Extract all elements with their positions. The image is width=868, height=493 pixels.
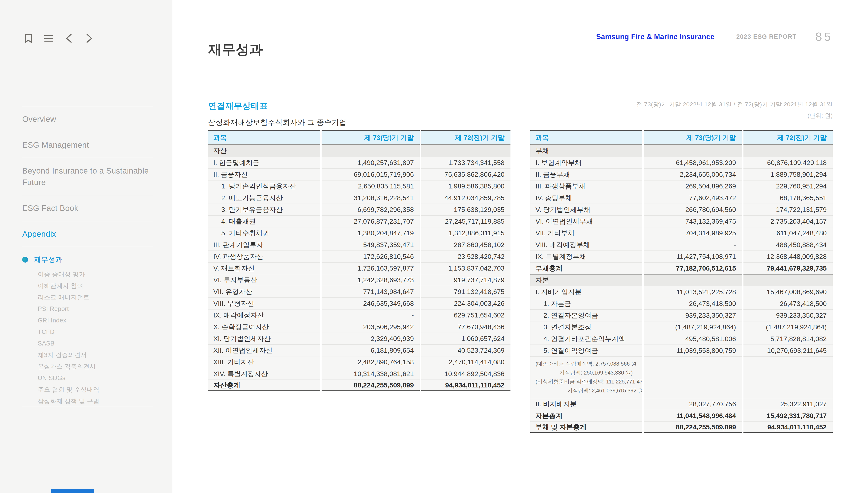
row-value-current: 6,181,809,654: [322, 344, 420, 356]
row-value-current: 11,039,553,800,759: [644, 344, 742, 356]
period-note: 전 73(당)기 기말 2022년 12월 31일 / 전 72(당)기 기말 …: [636, 100, 832, 109]
sidebar-sub-item[interactable]: 리스크 매니지먼트: [38, 292, 153, 303]
sidebar-sub-item[interactable]: PSI Report: [38, 303, 153, 315]
sidebar-sub-item[interactable]: 이해관계자 참여: [38, 280, 153, 292]
table-row: IX. 특별계정부채11,427,754,108,97112,368,448,0…: [530, 251, 832, 262]
table-row: VII. 기타부채704,314,989,925611,047,248,480: [530, 227, 832, 239]
sidebar-active-sub-label: 재무성과: [34, 255, 63, 264]
statement-title: 연결재무상태표: [208, 100, 347, 111]
row-value-prior: 15,492,331,780,717: [744, 410, 832, 422]
reserve-note: (대손준비금 적립예정액: 2,757,088,566 원기적립액: 250,1…: [530, 356, 642, 398]
row-value-prior: [744, 274, 832, 286]
chevron-right-icon[interactable]: [84, 34, 94, 43]
table-header-row: 과목제 73(당)기 기말제 72(전)기 기말: [530, 130, 832, 145]
row-value-current: 31,208,316,228,541: [322, 192, 420, 203]
row-value-prior: 629,751,654,602: [421, 309, 510, 321]
row-label: X. 순확정급여자산: [208, 321, 320, 333]
row-label: I. 현금및예치금: [208, 157, 320, 168]
table-row: IX. 매각예정자산-629,751,654,602: [208, 309, 510, 321]
row-label: 4. 연결기타포괄순익누계액: [530, 333, 642, 344]
row-value-current: 2,329,409,939: [322, 333, 420, 344]
table-row: 5. 연결이익잉여금11,039,553,800,75910,270,693,2…: [530, 344, 832, 356]
row-label: 자산: [208, 145, 320, 157]
row-value-prior: 44,912,034,859,785: [421, 192, 510, 203]
table-row: 3. 연결자본조정(1,487,219,924,864)(1,487,219,9…: [530, 321, 832, 333]
chevron-left-icon[interactable]: [64, 34, 74, 43]
sidebar-sub-item[interactable]: 제3자 검증의견서: [38, 349, 153, 361]
row-value-prior: 12,368,448,009,828: [744, 251, 832, 262]
active-dot-icon: [22, 257, 28, 263]
row-value-current: 28,027,770,756: [644, 398, 742, 410]
column-header-current-period: 제 73(당)기 기말: [644, 130, 742, 145]
row-value-prior: 15,467,008,869,690: [744, 286, 832, 298]
sidebar-sub-item[interactable]: UN SDGs: [38, 372, 153, 384]
row-value-current: 11,013,521,225,728: [644, 286, 742, 298]
row-value-prior: 25,322,911,027: [744, 398, 832, 410]
row-label: 자본총계: [530, 410, 642, 422]
sidebar-bottom-divider: [22, 407, 153, 407]
table-row: XIV. 특별계정자산10,314,338,081,62110,944,892,…: [208, 368, 510, 380]
sidebar-item[interactable]: ESG Fact Book: [22, 195, 153, 221]
table-row: II. 금융자산69,016,015,719,90675,635,862,806…: [208, 168, 510, 180]
assets-table: 과목제 73(당)기 기말제 72(전)기 기말자산I. 현금및예치금1,490…: [208, 130, 510, 433]
sidebar-item[interactable]: Overview: [22, 106, 153, 132]
row-label: I. 지배기업지분: [530, 286, 642, 298]
table-row: VI. 이연법인세부채743,132,369,4752,735,203,404,…: [530, 215, 832, 227]
page-number: 85: [815, 30, 832, 44]
row-label: 4. 대출채권: [208, 215, 320, 227]
table-row: XIII. 기타자산2,482,890,764,1582,470,114,414…: [208, 356, 510, 368]
row-value-current: 1,726,163,597,877: [322, 262, 420, 274]
column-header-account: 과목: [530, 130, 642, 145]
row-value-prior: 2,470,114,414,080: [421, 356, 510, 368]
row-label: VI. 투자부동산: [208, 274, 320, 286]
row-value-prior: 919,737,714,879: [421, 274, 510, 286]
row-value-prior: [744, 145, 832, 157]
row-value-current: 2,482,890,764,158: [322, 356, 420, 368]
brand-logo-text: Samsung Fire & Marine Insurance: [596, 33, 714, 41]
table-row: 자본총계11,041,548,996,48415,492,331,780,717: [530, 410, 832, 422]
row-label: XIII. 기타자산: [208, 356, 320, 368]
sidebar-sub-item[interactable]: GRI Index: [38, 315, 153, 326]
row-label: 부채 및 자본총계: [530, 422, 642, 433]
sidebar: OverviewESG ManagementBeyond Insurance t…: [0, 0, 173, 493]
sidebar-item[interactable]: Beyond Insurance to a Sustainable Future: [22, 158, 153, 195]
row-label: 부채총계: [530, 262, 642, 274]
row-value-prior: 23,528,420,742: [421, 251, 510, 262]
row-value-current: 6,699,782,296,358: [322, 203, 420, 215]
liabilities-equity-table: 과목제 73(당)기 기말제 72(전)기 기말부채I. 보험계약부채61,45…: [530, 130, 832, 433]
row-value-prior: 94,934,011,110,452: [744, 422, 832, 433]
table-row: IV. 충당부채77,602,493,47268,178,365,551: [530, 192, 832, 203]
row-label: II. 금융부채: [530, 168, 642, 180]
balance-sheet-tables: 과목제 73(당)기 기말제 72(전)기 기말자산I. 현금및예치금1,490…: [208, 130, 832, 433]
sidebar-sub-item[interactable]: 이중 중대성 평가: [38, 269, 153, 280]
row-value-prior: 175,638,129,035: [421, 203, 510, 215]
row-value-prior: 75,635,862,806,420: [421, 168, 510, 180]
row-value-prior: 488,450,888,434: [744, 239, 832, 251]
sidebar-sub-item[interactable]: 삼성화재 정책 및 규범: [38, 395, 153, 407]
menu-icon[interactable]: [44, 34, 54, 43]
sidebar-sub-item[interactable]: 온실가스 검증의견서: [38, 361, 153, 372]
sidebar-toolbar: [23, 34, 94, 43]
row-value-prior: 5,717,828,814,082: [744, 333, 832, 344]
page-title: 재무성과: [208, 41, 263, 59]
row-label: IX. 특별계정부채: [530, 251, 642, 262]
row-value-current: 1,380,204,847,719: [322, 227, 420, 239]
bookmark-icon[interactable]: [23, 34, 33, 43]
sidebar-sub-item[interactable]: 주요 협회 및 수상내역: [38, 384, 153, 395]
sidebar-sub-item[interactable]: SASB: [38, 338, 153, 349]
sidebar-item-financial-performance[interactable]: 재무성과: [22, 247, 153, 265]
sidebar-item[interactable]: ESG Management: [22, 132, 153, 158]
row-value-current: 246,635,349,668: [322, 297, 420, 309]
row-value-current: 1,490,257,631,897: [322, 157, 420, 168]
sidebar-sub-item[interactable]: TCFD: [38, 326, 153, 338]
table-row: 자산: [208, 145, 510, 157]
row-value-current: 269,504,896,269: [644, 180, 742, 192]
table-row: 5. 기타수취채권1,380,204,847,7191,312,886,311,…: [208, 227, 510, 239]
row-value-current: (1,487,219,924,864): [644, 321, 742, 333]
table-row: II. 금융부채2,234,655,006,7341,889,758,901,2…: [530, 168, 832, 180]
sidebar-item[interactable]: Appendix: [22, 221, 153, 247]
row-value-current: [322, 145, 420, 157]
row-value-prior: 224,304,003,426: [421, 297, 510, 309]
row-value-current: 704,314,989,925: [644, 227, 742, 239]
table-row: 1. 자본금26,473,418,50026,473,418,500: [530, 298, 832, 309]
